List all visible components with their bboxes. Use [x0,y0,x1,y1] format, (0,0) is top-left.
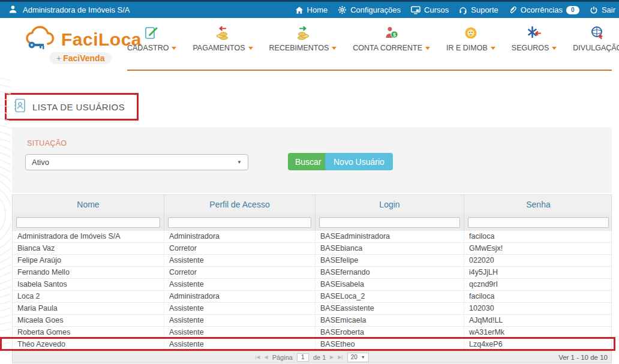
table-cell: Administradora [164,231,315,242]
table-row[interactable]: Théo AzevedoAssistenteBASEtheoLzq4xeP6 [13,339,611,351]
headset-icon [459,6,467,14]
pager-next-button[interactable]: ▶ [330,354,333,360]
paperclip-icon [509,6,517,14]
table-cell: Assistente [164,339,315,350]
table-cell: Fernando Mello [13,267,164,278]
table-cell: 022020 [464,255,612,266]
user-icon [8,5,17,16]
table-cell: Administradora de Imóveis S/A [13,231,164,242]
table-row[interactable]: Micaela GoesAssistenteBASEmicaelaAJqMd!L… [13,315,611,327]
filter-input-nome[interactable] [16,217,160,228]
pager-pagina-label: Página [272,354,293,361]
pager-page-input[interactable]: 1 [297,353,309,362]
table-cell: faciloca [464,291,612,302]
topbar-sair[interactable]: Sair [590,5,615,14]
facivenda-link[interactable]: +FaciVenda [49,52,112,64]
table-cell: BASEroberta [315,327,464,338]
chevron-down-icon: ▼ [361,355,365,359]
column-header-perfil[interactable]: Perfil de Acesso [164,195,315,214]
table-row[interactable]: Roberta GomesAssistenteBASErobertawA31er… [13,327,611,339]
menu-underline [127,70,612,71]
table-cell: Théo Azevedo [13,339,164,350]
pager-prev-button[interactable]: ◀ [264,354,268,360]
table-cell: BASEtheo [315,339,464,350]
novo-usuario-button[interactable]: Novo Usuário [325,153,393,170]
buscar-button[interactable]: Buscar [288,153,329,170]
filter-input-senha[interactable] [468,217,609,228]
users-grid: Nome Perfil de Acesso Login Senha Admini… [12,194,612,363]
table-cell: faciloca [464,231,612,242]
ocorrencias-badge: 0 [566,6,579,14]
table-row[interactable]: Fernando MelloCorretorBASEfernandoi4y5Jj… [13,267,611,279]
menu-seguros[interactable]: SEGUROS [512,25,557,52]
home-icon [295,6,304,14]
page-size-select[interactable]: 20 ▼ [347,353,369,362]
chevron-down-icon [172,47,176,50]
table-row[interactable]: Administradora de Imóveis S/AAdministrad… [13,231,611,243]
table-cell: Isabela Santos [13,279,164,290]
situacao-label: SITUAÇÃO [27,139,67,148]
svg-text:$: $ [393,32,396,38]
table-cell: 102030 [464,303,612,314]
menu-divulgacao[interactable]: DIVULGAÇÃO [573,25,619,52]
snowflake-arrow-icon [527,25,542,41]
table-cell: Micaela Goes [13,315,164,326]
column-header-senha[interactable]: Senha [464,195,612,214]
column-header-nome[interactable]: Nome [13,195,164,214]
record-range-label: Ver 1 - 10 de 10 [558,354,608,361]
pager-last-button[interactable]: ▶| [338,354,342,360]
topbar: Administradora de Imóveis S/A Home Confi… [0,0,619,18]
table-cell: Assistente [164,327,315,338]
table-cell: BASEisabela [315,279,464,290]
table-row[interactable]: Bianca VazCorretorBASEbiancaGMwEsjx! [13,243,611,255]
table-cell: BASEassistente [315,303,464,314]
table-cell: GMwEsjx! [464,243,612,254]
topbar-menu: Home Configurações Cursos Suporte Ocorrê… [295,5,615,14]
filter-input-perfil[interactable] [168,217,311,228]
grid-header: Nome Perfil de Acesso Login Senha [12,194,612,214]
topbar-ocorrencias[interactable]: Ocorrências 0 [509,5,579,14]
coins-arrow-left-icon [215,25,230,41]
topbar-configuracoes[interactable]: Configurações [338,5,401,14]
table-cell: Assistente [164,279,315,290]
table-cell: qcznd9rI [464,279,612,290]
faciloca-logo[interactable]: FaciLoca [24,25,142,54]
filter-input-login[interactable] [319,217,460,228]
menu-recebimentos[interactable]: RECEBIMENTOS [269,25,337,52]
table-cell: wA31erMk [464,327,612,338]
topbar-company[interactable]: Administradora de Imóveis S/A [8,5,130,16]
table-cell: BASELoca_2 [315,291,464,302]
table-cell: Corretor [164,267,315,278]
topbar-cursos[interactable]: Cursos [411,5,449,14]
grid-pager: |◀ ◀ Página 1 de 1 ▶ ▶| 20 ▼ Ver 1 - 10 … [12,351,612,363]
table-cell: Assistente [164,315,315,326]
gear-icon [338,5,347,14]
table-cell: BASEmicaela [315,315,464,326]
pager-of-label: de 1 [313,354,326,361]
table-row[interactable]: Loca 2AdministradoraBASELoca_2faciloca [13,291,611,303]
chevron-down-icon [552,47,557,50]
menu-cadastro[interactable]: CADASTRO [127,25,176,52]
person-dollar-icon: $ [384,25,399,41]
coins-arrow-right-icon [295,25,311,41]
table-row[interactable]: Isabela SantosAssistenteBASEisabelaqcznd… [13,279,611,291]
menu-pagamentos[interactable]: PAGAMENTOS [193,25,253,52]
table-cell: Loca 2 [13,291,164,302]
pager-first-button[interactable]: |◀ [255,354,260,360]
table-cell: Assistente [164,255,315,266]
chevron-down-icon [491,47,495,50]
table-row[interactable]: Felipe AraújoAssistenteBASEfelipe022020 [13,255,611,267]
topbar-suporte[interactable]: Suporte [459,5,498,14]
menu-conta-corrente[interactable]: $ CONTA CORRENTE [353,25,430,52]
table-cell: BASEbianca [315,243,464,254]
table-cell: Maria Paula [13,303,164,314]
situacao-select[interactable]: Ativo ▼ [25,154,248,170]
menu-ir-e-dimob[interactable]: IR E DIMOB [446,25,495,52]
chevron-down-icon: ▼ [237,160,242,165]
column-header-login[interactable]: Login [315,195,464,214]
topbar-home[interactable]: Home [295,5,328,14]
contact-book-icon [13,98,27,116]
table-row[interactable]: Maria PaulaAssistenteBASEassistente10203… [13,303,611,315]
table-cell: Administradora [164,291,315,302]
monitor-icon [411,6,420,14]
